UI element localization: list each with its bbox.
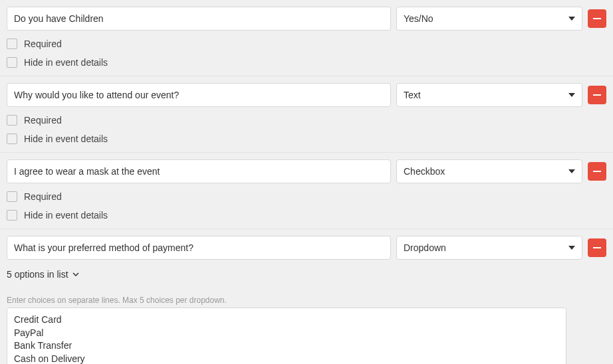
question-block: Checkbox Required Hide in event details [0,153,613,229]
hide-row[interactable]: Hide in event details [7,210,606,221]
question-block: Dropdown 5 options in list Enter choices… [0,229,613,364]
question-text-input[interactable] [7,83,391,107]
choices-help-text: Enter choices on separate lines. Max 5 c… [7,296,606,305]
required-row[interactable]: Required [7,115,606,126]
minus-icon [593,171,601,172]
delete-question-button[interactable] [588,238,606,257]
hide-checkbox[interactable] [7,134,17,144]
form-builder-container: Yes/No Required Hide in event details Te… [0,0,613,364]
svg-rect-1 [593,94,601,96]
question-row: Checkbox [7,159,606,183]
svg-rect-2 [593,171,601,172]
minus-icon [593,94,601,96]
question-block: Text Required Hide in event details [0,76,613,153]
delete-question-button[interactable] [588,86,606,104]
hide-label: Hide in event details [24,57,108,68]
question-type-select[interactable]: Text [396,83,582,107]
hide-label: Hide in event details [24,134,108,144]
question-row: Dropdown [7,236,606,260]
required-checkbox[interactable] [7,39,17,49]
question-type-select[interactable]: Checkbox [396,159,582,183]
question-text-input[interactable] [7,159,391,183]
question-text-input[interactable] [7,7,391,31]
question-row: Text [7,83,606,107]
required-row[interactable]: Required [7,191,606,202]
chevron-down-icon [72,272,79,276]
svg-rect-3 [593,247,601,248]
required-label: Required [24,115,62,126]
svg-rect-0 [593,18,601,19]
hide-row[interactable]: Hide in event details [7,57,606,68]
minus-icon [593,247,601,248]
minus-icon [593,18,601,19]
delete-question-button[interactable] [588,162,606,181]
question-row: Yes/No [7,7,606,31]
choices-textarea[interactable] [7,308,566,364]
required-label: Required [24,191,62,202]
question-text-input[interactable] [7,236,391,260]
hide-checkbox[interactable] [7,210,17,221]
options-summary-toggle[interactable]: 5 options in list [7,269,79,280]
hide-row[interactable]: Hide in event details [7,134,606,144]
required-label: Required [24,39,62,49]
hide-label: Hide in event details [24,210,108,221]
required-checkbox[interactable] [7,191,17,202]
hide-checkbox[interactable] [7,57,17,68]
question-type-select[interactable]: Dropdown [396,236,582,260]
question-type-select[interactable]: Yes/No [396,7,582,31]
delete-question-button[interactable] [588,9,606,28]
required-checkbox[interactable] [7,115,17,126]
required-row[interactable]: Required [7,39,606,49]
question-block: Yes/No Required Hide in event details [0,0,613,76]
options-summary-label: 5 options in list [7,269,68,280]
